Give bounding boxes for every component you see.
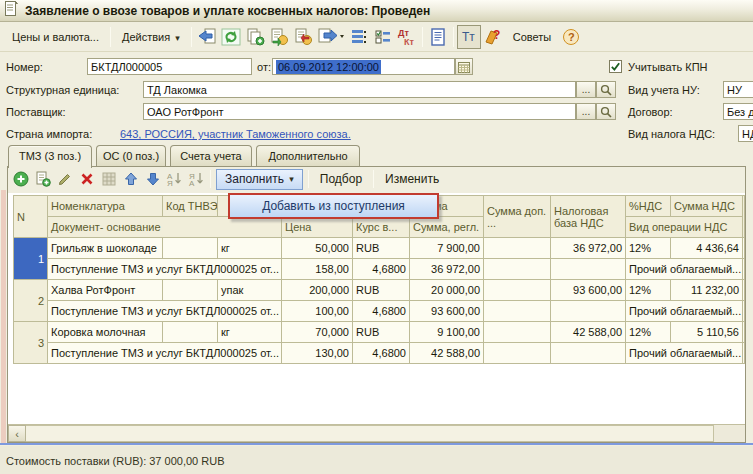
cell-vat-operation[interactable]: Прочий облагаемый... [626,301,743,322]
prices-currency-button[interactable]: Цены и валюта... [4,26,107,48]
advice-icon[interactable]: ? [481,25,505,49]
copy-document-icon[interactable] [243,25,267,49]
number-input[interactable]: БКТДЛ000005 [87,58,252,75]
cell-tnved[interactable] [163,238,218,259]
refresh-icon[interactable] [219,25,243,49]
cell-currency[interactable]: RUB [353,322,410,343]
cell-nomenclature[interactable]: Коровка молочная [48,322,163,343]
import-country-link[interactable]: 643, РОССИЯ, участник Таможенного союза. [120,128,351,140]
cell-unit[interactable]: упак [218,280,282,301]
cell-vat-base[interactable]: 93 600,00 [551,280,626,301]
move-down-icon[interactable] [144,171,161,188]
cell-price[interactable]: 100,00 [282,301,353,322]
menu-item-add-from-receipt[interactable]: Добавить из поступления [262,199,405,213]
change-button[interactable]: Изменить [379,170,445,188]
tab-additional[interactable]: Дополнительно [256,145,360,167]
cell-vat-amount[interactable]: 4 436,64 [671,238,743,259]
structural-unit-input[interactable]: ТД Лакомка [143,81,576,98]
cell-amount-extra[interactable] [484,280,551,301]
cell-qty[interactable]: 200,000 [282,280,353,301]
cell-vat-amount[interactable]: 5 110,56 [671,322,743,343]
cell-amount-extra[interactable] [484,238,551,259]
move-up-icon[interactable] [122,171,139,188]
horizontal-scrollbar[interactable]: ‹ [8,424,745,442]
cell-price[interactable]: 158,00 [282,259,353,280]
cell-amount-regl[interactable]: 93 600,00 [410,301,484,322]
cell-tnved[interactable] [163,280,218,301]
cell-vat-rate[interactable]: 12% [626,238,671,259]
supplier-select-button[interactable]: ... [576,103,596,120]
row-number[interactable]: 2 [14,280,48,322]
text-toggle-icon[interactable]: Тт [457,25,481,49]
cell-vat-base[interactable]: 36 972,00 [551,238,626,259]
vat-kind-input[interactable]: НДС [738,125,753,142]
receipt-out-icon[interactable] [291,25,315,49]
cell-nomenclature[interactable]: Грильяж в шоколаде [48,238,163,259]
cell-tnved[interactable] [163,322,218,343]
prev-document-icon[interactable] [195,25,219,49]
pick-button[interactable]: Подбор [314,170,368,188]
cell-unit[interactable]: кг [218,322,282,343]
kpn-checkbox[interactable] [609,60,622,73]
scrollbar-thumb[interactable] [26,425,714,442]
cell-doc-base[interactable]: Поступление ТМЗ и услуг БКТДЛ000025 от..… [48,301,282,322]
cell-amount-regl[interactable]: 42 588,00 [410,343,484,364]
cell-vat-rate[interactable]: 12% [626,322,671,343]
cell-vat-operation[interactable]: Прочий облагаемый... [626,343,743,364]
dt-kt-icon[interactable]: ДтКт [395,25,419,49]
setup-list-icon[interactable] [371,25,395,49]
cell-qty[interactable]: 50,000 [282,238,353,259]
calendar-button[interactable] [455,58,473,75]
cell-amount[interactable]: 7 900,00 [410,238,484,259]
cell-rate[interactable]: 4,6800 [353,301,410,322]
actions-menu-button[interactable]: Действия ▾ [114,26,188,48]
tab-tmz[interactable]: ТМЗ (3 поз.) [8,145,92,168]
copy-row-icon[interactable] [34,171,51,188]
help-icon[interactable]: ? [559,25,583,49]
svg-text:?: ? [568,31,575,43]
structural-unit-open-button[interactable] [596,81,616,98]
cell-doc-base[interactable]: Поступление ТМЗ и услуг БКТДЛ000025 от..… [48,343,282,364]
cell-price[interactable]: 130,00 [282,343,353,364]
sort-desc-icon[interactable]: ЯА [188,171,205,188]
cell-vat-rate[interactable]: 12% [626,280,671,301]
edit-row-icon[interactable] [56,171,73,188]
cell-unit[interactable]: кг [218,238,282,259]
cell-nomenclature[interactable]: Халва РотФронт [48,280,163,301]
add-row-icon[interactable] [12,171,29,188]
structure-icon[interactable] [347,25,371,49]
go-to-icon[interactable] [315,25,347,49]
cell-rate[interactable]: 4,6800 [353,343,410,364]
cell-doc-base[interactable]: Поступление ТМЗ и услуг БКТДЛ000025 от..… [48,259,282,280]
cell-amount-regl[interactable]: 36 972,00 [410,259,484,280]
delete-row-icon[interactable] [78,171,95,188]
supplier-open-button[interactable] [596,103,616,120]
cell-currency[interactable]: RUB [353,238,410,259]
tab-os[interactable]: ОС (0 поз.) [96,145,166,167]
cell-rate[interactable]: 4,6800 [353,259,410,280]
row-number[interactable]: 3 [14,322,48,364]
structural-unit-select-button[interactable]: ... [576,81,596,98]
nu-kind-input[interactable]: НУ [723,81,753,98]
cell-vat-base[interactable]: 42 588,00 [551,322,626,343]
sort-asc-icon[interactable]: АЯ [166,171,183,188]
cell-qty[interactable]: 70,000 [282,322,353,343]
contract-input[interactable]: Без д [723,103,753,120]
supplier-input[interactable]: ОАО РотФронт [143,103,576,120]
tips-button[interactable]: Советы [505,26,559,48]
cell-amount[interactable]: 20 000,00 [410,280,484,301]
cell-currency[interactable]: RUB [353,280,410,301]
cell-vat-amount[interactable]: 11 232,00 [671,280,743,301]
kpn-checkbox-label[interactable]: Учитывать КПН [628,61,708,73]
date-input[interactable]: 06.09.2012 12:00:00 [272,58,455,75]
report-icon[interactable] [426,25,450,49]
cell-vat-operation[interactable]: Прочий облагаемый... [626,259,743,280]
receipt-in-icon[interactable] [267,25,291,49]
cell-amount-extra[interactable] [484,322,551,343]
fill-button[interactable]: Заполнить ▾ [216,169,303,190]
scroll-left-button[interactable]: ‹ [8,425,26,442]
cell-amount[interactable]: 9 100,00 [410,322,484,343]
row-number[interactable]: 1 [14,238,48,280]
delivery-total-text: Стоимость поставки (RUB): 37 000,00 RUB [6,455,224,467]
tab-accounts[interactable]: Счета учета [170,145,252,167]
